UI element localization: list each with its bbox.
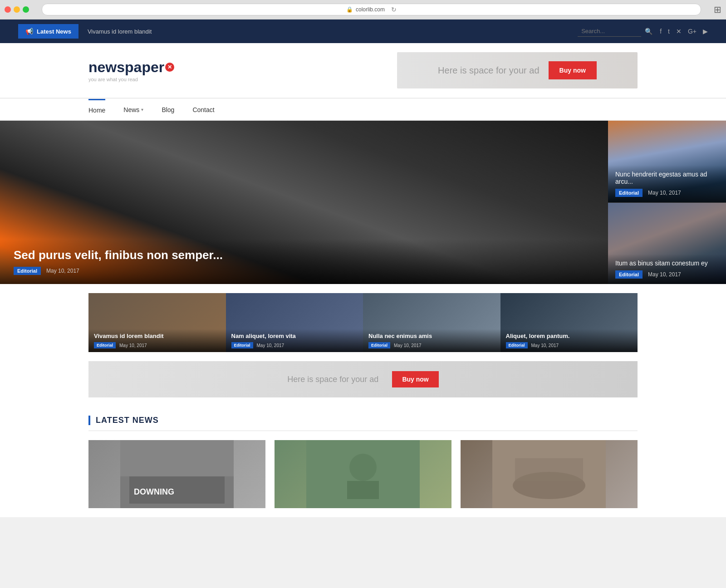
dot-green[interactable]	[23, 6, 29, 13]
nav-item-blog[interactable]: Blog	[162, 100, 174, 120]
refresh-button[interactable]: ↻	[391, 6, 397, 13]
logo-name: newspaper	[88, 59, 164, 76]
hero-right-bottom-meta: Editorial May 10, 2017	[615, 270, 719, 279]
nav-item-contact[interactable]: Contact	[192, 100, 214, 120]
nav: Home News ▾ Blog Contact	[0, 99, 726, 121]
dot-yellow[interactable]	[14, 6, 20, 13]
card-title-3: Aliquet, lorem pantum.	[506, 333, 633, 339]
url-text: colorlib.com	[356, 6, 385, 13]
address-bar[interactable]: 🔒 colorlib.com ↻	[42, 4, 701, 15]
card-item-0[interactable]: Vivamus id lorem blandit Editorial May 1…	[88, 293, 226, 352]
top-bar: 📢 Latest News Vivamus id lorem blandit 🔍…	[0, 20, 726, 43]
hero-section: Sed purus velit, finibus non semper... E…	[0, 121, 726, 284]
card-title-0: Vivamus id lorem blandit	[94, 333, 221, 339]
hero-right-bottom-title: Itum as binus sitam conestum ey	[615, 260, 719, 267]
hero-right-top-date: May 10, 2017	[648, 190, 681, 196]
hero-main-badge: Editorial	[14, 267, 41, 275]
search-bar: 🔍	[578, 26, 652, 37]
news-grid: DOWNING	[88, 440, 638, 508]
card-overlay-3: Aliquet, lorem pantum. Editorial May 10,…	[500, 329, 638, 352]
hero-right-top-badge: Editorial	[615, 189, 643, 197]
logo[interactable]: newspaper ✕	[88, 59, 174, 76]
hero-main-overlay: Sed purus velit, finibus non semper... E…	[0, 239, 608, 284]
hero-main-article[interactable]: Sed purus velit, finibus non semper... E…	[0, 121, 608, 284]
new-tab-button[interactable]: ⊞	[714, 4, 721, 15]
hero-main-title: Sed purus velit, finibus non semper...	[14, 248, 594, 262]
card-title-1: Nam aliquet, lorem vita	[231, 333, 358, 339]
svg-rect-3	[120, 440, 234, 476]
facebook-icon[interactable]: f	[660, 28, 662, 35]
card-meta-1: Editorial May 10, 2017	[231, 342, 358, 348]
youtube-icon[interactable]: ▶	[703, 28, 708, 35]
news-card-image-0: DOWNING	[88, 440, 265, 508]
browser-dots	[5, 6, 29, 13]
card-overlay-1: Nam aliquet, lorem vita Editorial May 10…	[226, 329, 363, 352]
news-card-image-2	[461, 440, 638, 508]
megaphone-icon: 📢	[25, 28, 33, 35]
hero-main-meta: Editorial May 10, 2017	[14, 267, 594, 275]
card-meta-2: Editorial May 10, 2017	[368, 342, 495, 348]
googleplus-icon[interactable]: G+	[688, 28, 697, 35]
svg-point-5	[349, 454, 377, 481]
header-buy-now-button[interactable]: Buy now	[549, 61, 597, 79]
search-icon[interactable]: 🔍	[645, 28, 652, 35]
card-meta-3: Editorial May 10, 2017	[506, 342, 633, 348]
section-header: LATEST NEWS	[88, 416, 638, 431]
hero-main-date: May 10, 2017	[46, 268, 79, 274]
card-date-3: May 10, 2017	[531, 343, 559, 348]
hero-right-panel: Nunc hendrerit egestas amus ad arcu... E…	[608, 121, 726, 284]
hero-right-top-article[interactable]: Nunc hendrerit egestas amus ad arcu... E…	[608, 121, 726, 203]
card-date-2: May 10, 2017	[394, 343, 422, 348]
social-icons: f t ✕ G+ ▶	[660, 28, 708, 35]
logo-tagline: you are what you read	[88, 77, 174, 82]
news-card-svg-0: DOWNING	[88, 440, 265, 508]
card-item-1[interactable]: Nam aliquet, lorem vita Editorial May 10…	[226, 293, 363, 352]
card-date-0: May 10, 2017	[119, 343, 147, 348]
latest-news-label: Latest News	[37, 28, 71, 35]
nav-item-home[interactable]: Home	[88, 99, 105, 120]
mid-buy-now-button[interactable]: Buy now	[392, 371, 438, 387]
hero-right-bottom-badge: Editorial	[615, 270, 643, 279]
news-card-0[interactable]: DOWNING	[88, 440, 265, 508]
hero-right-bottom-article[interactable]: Itum as binus sitam conestum ey Editoria…	[608, 203, 726, 284]
logo-x: ✕	[165, 63, 174, 72]
header-ad: Here is space for your ad Buy now	[397, 52, 638, 88]
dot-red[interactable]	[5, 6, 11, 13]
hero-right-top-title: Nunc hendrerit egestas amus ad arcu...	[615, 171, 719, 185]
hero-right-top-meta: Editorial May 10, 2017	[615, 189, 719, 197]
card-overlay-0: Vivamus id lorem blandit Editorial May 1…	[88, 329, 226, 352]
top-bar-right: 🔍 f t ✕ G+ ▶	[578, 26, 708, 37]
latest-news-button[interactable]: 📢 Latest News	[18, 24, 78, 39]
news-card-2[interactable]	[461, 440, 638, 508]
hero-right-bottom-overlay: Itum as binus sitam conestum ey Editoria…	[608, 254, 726, 284]
card-date-1: May 10, 2017	[257, 343, 285, 348]
mid-ad-text: Here is space for your ad	[287, 375, 378, 384]
card-badge-3: Editorial	[506, 342, 528, 348]
header-ad-text: Here is space for your ad	[438, 65, 539, 76]
ticker-text: Vivamus id lorem blandit	[88, 28, 152, 35]
nav-news-label: News	[123, 106, 139, 113]
logo-area: newspaper ✕ you are what you read	[88, 59, 174, 82]
hero-right-bottom-date: May 10, 2017	[648, 271, 681, 278]
news-card-1[interactable]	[275, 440, 451, 508]
news-card-svg-2	[461, 440, 638, 508]
card-meta-0: Editorial May 10, 2017	[94, 342, 221, 348]
chevron-down-icon: ▾	[141, 107, 143, 112]
nav-item-news[interactable]: News ▾	[123, 100, 143, 120]
card-overlay-2: Nulla nec enimus amis Editorial May 10, …	[363, 329, 500, 352]
card-badge-2: Editorial	[368, 342, 390, 348]
svg-rect-9	[515, 458, 583, 481]
card-item-2[interactable]: Nulla nec enimus amis Editorial May 10, …	[363, 293, 500, 352]
header: newspaper ✕ you are what you read Here i…	[0, 43, 726, 99]
tumblr-icon[interactable]: t	[668, 28, 670, 35]
section-title: LATEST NEWS	[88, 416, 159, 425]
search-input[interactable]	[578, 26, 641, 37]
card-item-3[interactable]: Aliquet, lorem pantum. Editorial May 10,…	[500, 293, 638, 352]
cards-section: Vivamus id lorem blandit Editorial May 1…	[0, 293, 726, 352]
svg-rect-6	[347, 481, 379, 499]
news-card-image-1	[275, 440, 451, 508]
card-badge-1: Editorial	[231, 342, 253, 348]
latest-news-section: LATEST NEWS DOWNING	[0, 402, 726, 517]
website: 📢 Latest News Vivamus id lorem blandit 🔍…	[0, 20, 726, 517]
twitter-icon[interactable]: ✕	[676, 28, 682, 35]
